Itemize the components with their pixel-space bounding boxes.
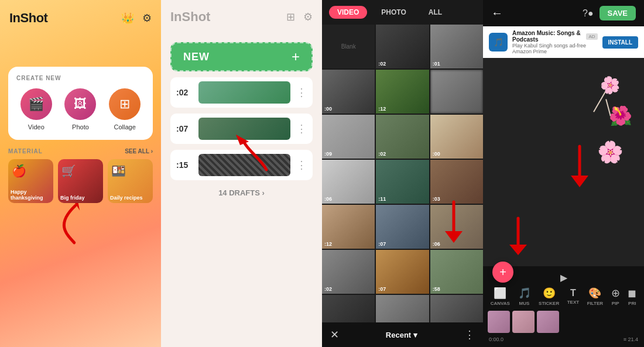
card-recipes[interactable]: 🍱 Daily recipes <box>108 159 153 203</box>
filter-tool[interactable]: 🎨 FILTER <box>587 287 603 306</box>
time-1: :02 <box>378 61 386 67</box>
media-cell-8[interactable]: :00 <box>430 115 483 159</box>
media-bottom-bar: ✕ Recent ▾ ⋮ <box>322 322 483 347</box>
editor-header: ← ?● SAVE <box>483 0 644 26</box>
canvas-tool[interactable]: ⬜ CANVAS <box>491 287 510 306</box>
new-project-button[interactable]: NEW + <box>170 42 313 71</box>
tab-video[interactable]: VIDEO <box>329 6 367 19</box>
media-cell-18[interactable]: :04 <box>322 295 375 322</box>
close-button[interactable]: ✕ <box>330 328 339 341</box>
settings-icon[interactable]: ⚙ <box>142 12 152 25</box>
header-actions: ?● SAVE <box>583 6 636 20</box>
timeline-bar <box>483 308 644 335</box>
media-cell-15[interactable]: :02 <box>322 250 375 294</box>
media-tabs: VIDEO PHOTO ALL <box>322 0 483 25</box>
timeline-thumb-2[interactable] <box>512 311 535 333</box>
tab-photo[interactable]: PHOTO <box>373 6 414 19</box>
media-cell-13[interactable]: :07 <box>376 205 429 249</box>
media-cell-19[interactable]: :05 <box>376 295 429 322</box>
arrow-to-toolbar <box>562 143 597 190</box>
time-15: :02 <box>324 286 332 292</box>
card-thanksgiving[interactable]: 🍎 Happy thanksgiving <box>8 159 53 203</box>
material-section: MATERIAL SEE ALL › 🍎 Happy thanksgiving … <box>8 148 153 203</box>
crown-icon[interactable]: 👑 <box>121 12 134 25</box>
more-options-button[interactable]: ⋮ <box>464 328 475 341</box>
timeline-thumb-3[interactable] <box>537 311 559 333</box>
panel2-content: NEW + :02 ⋮ :07 ⋮ :15 ⋮ 14 DRAFTS › <box>161 30 322 347</box>
panel-editor: ← ?● SAVE 🎵 Amazon Music: Songs & Podcas… <box>483 0 644 347</box>
media-cell-20[interactable]: :07 <box>430 295 483 322</box>
cell-20 <box>430 295 483 322</box>
pip-tool[interactable]: ⊕ PIP <box>611 287 620 306</box>
media-cell-5[interactable] <box>430 70 483 114</box>
blank-cell: Blank <box>322 25 375 68</box>
draft-item-02[interactable]: :02 ⋮ <box>170 77 313 108</box>
time-2: :01 <box>433 61 440 67</box>
text-tool[interactable]: T TEXT <box>567 288 579 305</box>
drafts-count[interactable]: 14 DRAFTS › <box>218 188 265 197</box>
toolbar-icons: ⬜ CANVAS 🎵 MUS 🙂 STICKER T TEXT 🎨 FILTER… <box>483 284 644 308</box>
draft-thumb-02 <box>198 81 290 104</box>
draft-time-02: :02 <box>176 88 193 97</box>
card-friday[interactable]: 🛒 Big friday <box>58 159 103 203</box>
pri-tool[interactable]: ◼ PRI <box>628 287 636 306</box>
music-tool[interactable]: 🎵 MUS <box>518 287 531 306</box>
media-cell-3[interactable]: :00 <box>322 70 375 114</box>
media-cell-1[interactable]: :02 <box>376 25 429 68</box>
photo-label: Photo <box>72 123 89 130</box>
p2-icon1: ⊞ <box>286 11 295 23</box>
recipes-label: Daily recipes <box>110 195 143 201</box>
ad-subtitle: Play Kabul Singh songs ad-free Amazon Pr… <box>512 43 598 54</box>
panel1-header: InShot 👑 ⚙ <box>0 0 161 32</box>
draft-dots-07[interactable]: ⋮ <box>296 122 307 135</box>
video-icon: 🎬 <box>20 88 52 120</box>
ad-banner: 🎵 Amazon Music: Songs & Podcasts AD Play… <box>483 26 644 58</box>
media-cell-2[interactable]: :01 <box>430 25 483 68</box>
create-new-section: CREATE NEW 🎬 Video 🖼 Photo ⊞ Collage <box>8 67 153 140</box>
media-cell-6[interactable]: :09 <box>322 115 375 159</box>
thanksgiving-emoji: 🍎 <box>12 164 26 178</box>
draft-dots-15[interactable]: ⋮ <box>296 159 307 171</box>
install-button[interactable]: INSTALL <box>602 36 638 49</box>
media-cell-10[interactable]: :11 <box>376 160 429 204</box>
play-button[interactable]: ▶ <box>560 272 567 283</box>
media-cell-16[interactable]: :07 <box>376 250 429 294</box>
create-photo-button[interactable]: 🖼 Photo <box>64 88 96 130</box>
panel2-header-icons: ⊞ ⚙ <box>286 11 313 23</box>
media-blank[interactable]: Blank <box>322 25 375 68</box>
material-label: MATERIAL <box>8 148 43 154</box>
time-9: :06 <box>324 196 332 202</box>
svg-marker-3 <box>445 231 463 243</box>
create-collage-button[interactable]: ⊞ Collage <box>109 88 141 130</box>
save-button[interactable]: SAVE <box>600 6 636 20</box>
collage-icon: ⊞ <box>109 88 141 120</box>
sticker-tool[interactable]: 🙂 STICKER <box>539 287 559 306</box>
recipes-emoji: 🍱 <box>111 164 126 178</box>
add-fab-button[interactable]: + <box>492 262 513 283</box>
media-cell-11[interactable]: :03 <box>430 160 483 204</box>
draft-time-15: :15 <box>176 160 193 170</box>
see-all-link[interactable]: SEE ALL › <box>125 148 153 154</box>
draft-dots-02[interactable]: ⋮ <box>296 86 307 99</box>
recent-dropdown[interactable]: Recent ▾ <box>386 331 417 339</box>
create-new-label: CREATE NEW <box>14 75 147 81</box>
media-cell-12[interactable]: :12 <box>322 205 375 249</box>
blank-label: Blank <box>341 43 356 50</box>
flower-1: 🌸 <box>597 73 623 98</box>
thanksgiving-label: Happy thanksgiving <box>11 189 51 201</box>
help-icon[interactable]: ?● <box>583 8 594 19</box>
plus-icon: + <box>292 49 300 65</box>
ad-text: Amazon Music: Songs & Podcasts AD Play K… <box>512 30 598 54</box>
create-video-button[interactable]: 🎬 Video <box>20 88 52 130</box>
tab-all[interactable]: ALL <box>420 6 450 19</box>
material-header: MATERIAL SEE ALL › <box>8 148 153 154</box>
time-bar: 0:00.0 ≡ 21.4 <box>483 335 644 345</box>
back-button[interactable]: ← <box>491 6 503 20</box>
time-start: 0:00.0 <box>489 336 503 342</box>
media-cell-4[interactable]: :12 <box>376 70 429 114</box>
media-cell-9[interactable]: :06 <box>322 160 375 204</box>
timeline-thumb-1[interactable] <box>488 311 510 333</box>
media-cell-17[interactable]: :58 <box>430 250 483 294</box>
media-cell-7[interactable]: :02 <box>376 115 429 159</box>
material-cards: 🍎 Happy thanksgiving 🛒 Big friday 🍱 Dail… <box>8 159 153 203</box>
